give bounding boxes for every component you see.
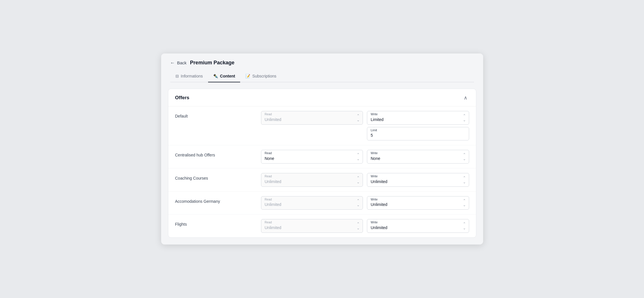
write-select-group-default: Write Limited ⌃⌄ Limit 5 [367,111,469,140]
offer-controls-flights: Read Unlimited ⌃⌄ Write Unlimited ⌃⌄ [261,219,469,233]
write-label-accommodations: Write [371,198,465,202]
card-header: Offers ∧ [168,89,476,106]
write-label-coaching: Write [371,174,465,178]
write-label-centralised: Write [371,151,465,155]
read-label-centralised: Read [265,151,359,155]
tab-informations[interactable]: ⊟ Informations [170,71,208,82]
offer-row-default: Default Read Unlimited ⌃⌄ Write Limited [168,106,476,145]
tab-content[interactable]: ✒️ Content [208,71,240,82]
tab-content-label: Content [220,74,235,78]
read-value-flights: Unlimited [265,225,359,231]
write-label-default: Write [371,112,465,116]
back-button[interactable]: ← Back [170,60,187,66]
offer-label-flights: Flights [175,219,261,227]
read-label-default: Read [265,112,359,116]
main-content: Offers ∧ Default Read Unlimited ⌃⌄ [161,82,483,245]
read-select-group-accommodations: Read Unlimited ⌃⌄ [261,196,363,210]
tabs-bar: ⊟ Informations ✒️ Content 📝 Subscription… [170,71,474,82]
read-value-default: Unlimited [265,117,359,123]
limit-field-default[interactable]: Limit 5 [367,127,469,141]
offer-controls-coaching: Read Unlimited ⌃⌄ Write Unlimited ⌃⌄ [261,173,469,187]
tab-subscriptions-label: Subscriptions [252,74,276,78]
subscriptions-icon: 📝 [245,74,250,78]
back-arrow-icon: ← [170,60,175,66]
content-icon: ✒️ [213,74,218,78]
page-header: ← Back Premium Package ⊟ Informations ✒️… [161,53,483,82]
read-field-default[interactable]: Read Unlimited ⌃⌄ [261,111,363,125]
offer-controls-centralised: Read None ⌃⌄ Write None ⌃⌄ [261,150,469,164]
offer-controls-accommodations: Read Unlimited ⌃⌄ Write Unlimited ⌃⌄ [261,196,469,210]
write-select-group-accommodations: Write Unlimited ⌃⌄ [367,196,469,210]
write-select-group-coaching: Write Unlimited ⌃⌄ [367,173,469,187]
offer-label-coaching: Coaching Courses [175,173,261,180]
offer-row-coaching: Coaching Courses Read Unlimited ⌃⌄ Write… [168,168,476,192]
read-value-coaching: Unlimited [265,179,359,185]
write-field-flights[interactable]: Write Unlimited ⌃⌄ [367,219,469,233]
read-select-group-centralised: Read None ⌃⌄ [261,150,363,164]
read-value-accommodations: Unlimited [265,202,359,208]
back-row: ← Back Premium Package [170,60,474,66]
write-value-coaching: Unlimited [371,179,465,185]
offer-row-flights: Flights Read Unlimited ⌃⌄ Write Unlimite… [168,214,476,237]
write-select-group-centralised: Write None ⌃⌄ [367,150,469,164]
write-field-default[interactable]: Write Limited ⌃⌄ [367,111,469,125]
back-label: Back [177,60,187,65]
write-field-centralised[interactable]: Write None ⌃⌄ [367,150,469,164]
write-value-centralised: None [371,156,465,162]
read-field-coaching[interactable]: Read Unlimited ⌃⌄ [261,173,363,187]
read-select-group-flights: Read Unlimited ⌃⌄ [261,219,363,233]
page-title: Premium Package [190,60,234,66]
tab-informations-label: Informations [181,74,203,78]
read-field-centralised[interactable]: Read None ⌃⌄ [261,150,363,164]
tab-subscriptions[interactable]: 📝 Subscriptions [240,71,281,82]
read-value-centralised: None [265,156,359,162]
collapse-icon: ∧ [464,95,467,101]
offer-label-accommodations: Accomodations Germany [175,196,261,204]
offer-row-accommodations: Accomodations Germany Read Unlimited ⌃⌄ … [168,192,476,215]
app-window: ← Back Premium Package ⊟ Informations ✒️… [161,53,483,245]
limit-label-default: Limit [371,128,465,132]
collapse-button[interactable]: ∧ [462,94,469,102]
offers-card: Offers ∧ Default Read Unlimited ⌃⌄ [168,89,476,238]
offer-controls-default: Read Unlimited ⌃⌄ Write Limited ⌃⌄ Limit [261,111,469,140]
write-field-accommodations[interactable]: Write Unlimited ⌃⌄ [367,196,469,210]
offer-row-centralised: Centralised hub Offers Read None ⌃⌄ Writ… [168,145,476,168]
read-select-group-coaching: Read Unlimited ⌃⌄ [261,173,363,187]
informations-icon: ⊟ [175,74,179,78]
limit-value-default: 5 [371,132,465,138]
read-label-flights: Read [265,220,359,225]
write-field-coaching[interactable]: Write Unlimited ⌃⌄ [367,173,469,187]
offer-label-centralised: Centralised hub Offers [175,150,261,157]
card-title: Offers [175,95,189,101]
write-value-flights: Unlimited [371,225,465,231]
read-label-coaching: Read [265,174,359,178]
read-select-group-default: Read Unlimited ⌃⌄ [261,111,363,125]
offer-label-default: Default [175,111,261,118]
write-value-default: Limited [371,117,465,123]
read-field-accommodations[interactable]: Read Unlimited ⌃⌄ [261,196,363,210]
read-label-accommodations: Read [265,198,359,202]
write-value-accommodations: Unlimited [371,202,465,208]
write-select-group-flights: Write Unlimited ⌃⌄ [367,219,469,233]
write-label-flights: Write [371,220,465,225]
read-field-flights[interactable]: Read Unlimited ⌃⌄ [261,219,363,233]
